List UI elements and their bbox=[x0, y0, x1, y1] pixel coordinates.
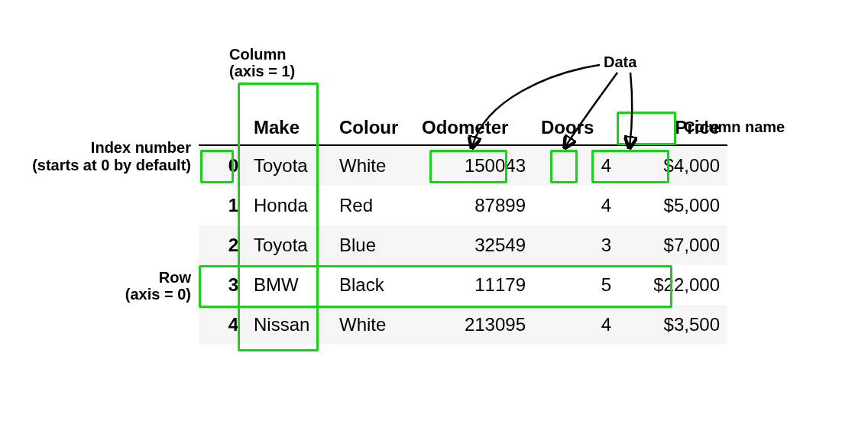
cell-odo: 150043 bbox=[419, 145, 539, 186]
label-data: Data bbox=[604, 53, 636, 70]
cell-colour: Red bbox=[332, 186, 419, 225]
label-index-2: (starts at 0 by default) bbox=[15, 157, 191, 173]
header-index bbox=[199, 111, 249, 145]
header-doors: Doors bbox=[539, 111, 628, 145]
table-row: 2 Toyota Blue 32549 3 $7,000 bbox=[199, 225, 727, 265]
cell-price: $22,000 bbox=[628, 265, 727, 305]
cell-colour: Black bbox=[332, 265, 419, 305]
cell-index: 3 bbox=[199, 265, 249, 305]
cell-doors: 3 bbox=[539, 225, 628, 265]
cell-price: $7,000 bbox=[628, 225, 727, 265]
dataframe-table: Make Colour Odometer Doors Price 0 Toyot… bbox=[199, 111, 727, 345]
cell-doors: 4 bbox=[539, 305, 628, 345]
table-row: 3 BMW Black 11179 5 $22,000 bbox=[199, 265, 727, 305]
header-colour: Colour bbox=[332, 111, 419, 145]
header-make: Make bbox=[249, 111, 332, 145]
cell-colour: White bbox=[332, 145, 419, 186]
cell-colour: Blue bbox=[332, 225, 419, 265]
label-column-axis-2: (axis = 1) bbox=[229, 63, 295, 79]
cell-index: 4 bbox=[199, 305, 249, 345]
cell-make: Nissan bbox=[249, 305, 332, 345]
label-row-2: (axis = 0) bbox=[76, 286, 191, 303]
cell-price: $4,000 bbox=[628, 145, 727, 186]
label-column-axis-1: Column bbox=[229, 46, 286, 63]
cell-index: 0 bbox=[199, 145, 249, 186]
cell-doors: 4 bbox=[539, 186, 628, 225]
table-row: 0 Toyota White 150043 4 $4,000 bbox=[199, 145, 727, 186]
cell-odo: 11179 bbox=[419, 265, 539, 305]
cell-make: BMW bbox=[249, 265, 332, 305]
cell-make: Honda bbox=[249, 186, 332, 225]
cell-index: 2 bbox=[199, 225, 249, 265]
header-odometer: Odometer bbox=[419, 111, 539, 145]
header-price: Price bbox=[628, 111, 727, 145]
cell-odo: 87899 bbox=[419, 186, 539, 225]
cell-make: Toyota bbox=[249, 145, 332, 186]
cell-odo: 32549 bbox=[419, 225, 539, 265]
cell-colour: White bbox=[332, 305, 419, 345]
label-row-1: Row bbox=[76, 269, 191, 286]
table-row: 1 Honda Red 87899 4 $5,000 bbox=[199, 186, 727, 225]
label-index-1: Index number bbox=[15, 139, 191, 156]
cell-make: Toyota bbox=[249, 225, 332, 265]
cell-index: 1 bbox=[199, 186, 249, 225]
header-row: Make Colour Odometer Doors Price bbox=[199, 111, 727, 145]
table-row: 4 Nissan White 213095 4 $3,500 bbox=[199, 305, 727, 345]
cell-doors: 5 bbox=[539, 265, 628, 305]
cell-price: $5,000 bbox=[628, 186, 727, 225]
cell-price: $3,500 bbox=[628, 305, 727, 345]
cell-doors: 4 bbox=[539, 145, 628, 186]
cell-odo: 213095 bbox=[419, 305, 539, 345]
